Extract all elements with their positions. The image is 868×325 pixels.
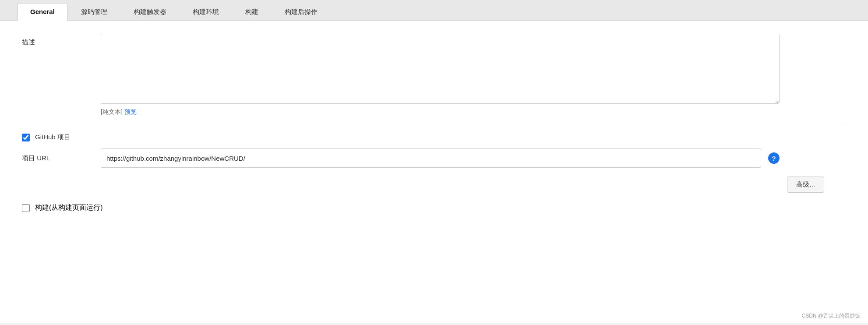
tab-build[interactable]: 构建 (233, 3, 271, 21)
help-icon[interactable]: ? (768, 152, 780, 164)
advanced-button-row: 高级... (22, 177, 846, 193)
github-checkbox-row: GitHub 项目 (22, 133, 846, 141)
github-checkbox-label: GitHub 项目 (35, 133, 71, 141)
url-input-wrapper: ? (101, 148, 780, 168)
github-section: GitHub 项目 项目 URL ? (22, 133, 846, 168)
bottom-checkbox-label: 构建(从构建页面运行) (35, 203, 103, 212)
github-checkbox[interactable] (22, 134, 30, 141)
tab-post-build[interactable]: 构建后操作 (272, 3, 330, 21)
preview-link[interactable]: 预览 (124, 108, 137, 115)
description-control-wrapper: [纯文本] 预览 (101, 34, 780, 116)
content-area: 描述 [纯文本] 预览 GitHub 项目 项目 URL (0, 21, 868, 323)
tab-build-environment[interactable]: 构建环境 (180, 3, 232, 21)
description-row: 描述 [纯文本] 预览 (22, 34, 846, 116)
github-checkbox-wrapper[interactable]: GitHub 项目 (22, 133, 71, 141)
bottom-checkbox[interactable] (22, 204, 30, 212)
advanced-button[interactable]: 高级... (787, 177, 824, 193)
project-url-label: 项目 URL (22, 154, 101, 162)
watermark: CSDN @舌尖上的蛋炒饭 (801, 312, 860, 320)
project-url-input[interactable] (101, 148, 761, 168)
tab-bar: General 源码管理 构建触发器 构建环境 构建 构建后操作 (0, 0, 868, 21)
tab-general[interactable]: General (18, 3, 67, 21)
description-textarea[interactable] (101, 34, 780, 104)
text-format-links: [纯文本] 预览 (101, 108, 780, 116)
description-label: 描述 (22, 34, 101, 46)
bottom-checkbox-row: 构建(从构建页面运行) (22, 203, 846, 217)
main-container: General 源码管理 构建触发器 构建环境 构建 构建后操作 描述 [纯文本… (0, 0, 868, 325)
tab-source-management[interactable]: 源码管理 (68, 3, 120, 21)
section-divider (22, 125, 846, 125)
tab-build-triggers[interactable]: 构建触发器 (121, 3, 179, 21)
plain-text-label: [纯文本] (101, 108, 123, 115)
url-row: 项目 URL ? (22, 148, 846, 168)
